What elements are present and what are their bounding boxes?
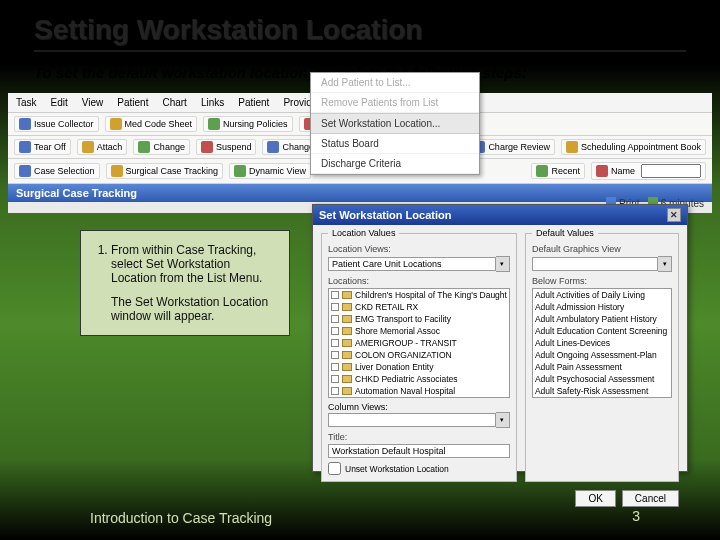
column-views-label: Column Views:: [328, 402, 510, 412]
form-item[interactable]: Adult Activities of Daily Living: [533, 289, 671, 301]
locations-listbox[interactable]: Children's Hospital of The King's Daught…: [328, 288, 510, 398]
close-icon[interactable]: ✕: [667, 208, 681, 222]
toolbar-icon: [19, 118, 31, 130]
toolbar-case-selection[interactable]: Case Selection: [14, 163, 100, 179]
ok-button[interactable]: OK: [575, 490, 615, 507]
toolbar-change[interactable]: Change: [133, 139, 190, 155]
location-item[interactable]: Children's Hospital of The King's Daught: [329, 289, 509, 301]
default-graphics-label: Default Graphics View: [532, 244, 672, 254]
menu-item-status-board[interactable]: Status Board: [311, 134, 479, 154]
location-item[interactable]: Shore Memorial Assoc: [329, 325, 509, 337]
plus-icon[interactable]: [331, 315, 339, 323]
location-item[interactable]: COLON ORGANIZATION: [329, 349, 509, 361]
location-views-combo[interactable]: ▾: [328, 256, 510, 272]
chevron-down-icon[interactable]: ▾: [658, 256, 672, 272]
form-item[interactable]: Adult Ambulatory Patient History: [533, 313, 671, 325]
plus-icon[interactable]: [331, 375, 339, 383]
location-item[interactable]: Automation Naval Hospital: [329, 385, 509, 397]
location-values-group: Location Values Location Views: ▾ Locati…: [321, 233, 517, 482]
locations-label: Locations:: [328, 276, 510, 286]
group-title-left: Location Values: [328, 228, 399, 238]
forms-listbox[interactable]: Adult Activities of Daily LivingAdult Ad…: [532, 288, 672, 398]
name-search-input[interactable]: [641, 164, 701, 178]
folder-icon: [342, 387, 352, 395]
toolbar-icon: [82, 141, 94, 153]
menu-task[interactable]: Task: [16, 97, 37, 108]
title-label: Title:: [328, 432, 510, 442]
toolbar-charge-review[interactable]: Charge Review: [468, 139, 555, 155]
instruction-box: From within Case Tracking, select Set Wo…: [80, 230, 290, 336]
location-item[interactable]: CKD RETAIL RX: [329, 301, 509, 313]
folder-icon: [342, 339, 352, 347]
form-item[interactable]: Adult Pain Assessment: [533, 361, 671, 373]
location-item[interactable]: EMG Transport to Facility: [329, 313, 509, 325]
toolbar-icon: [234, 165, 246, 177]
toolbar-tear-off[interactable]: Tear Off: [14, 139, 71, 155]
default-graphics-input[interactable]: [532, 257, 658, 271]
menu-chart[interactable]: Chart: [162, 97, 186, 108]
form-item[interactable]: Adult Education Content Screening: [533, 325, 671, 337]
menu-item-set-workstation-location[interactable]: Set Workstation Location...: [311, 113, 479, 134]
plus-icon[interactable]: [331, 363, 339, 371]
column-views-combo[interactable]: ▾: [328, 412, 510, 428]
form-item[interactable]: Adult Psychosocial Assessment: [533, 373, 671, 385]
plus-icon[interactable]: [331, 291, 339, 299]
form-item[interactable]: Adult Safety-Risk Assessment: [533, 385, 671, 397]
menu-edit[interactable]: Edit: [51, 97, 68, 108]
default-graphics-combo[interactable]: ▾: [532, 256, 672, 272]
form-item[interactable]: Adult Lines-Devices: [533, 337, 671, 349]
slide-title: Setting Workstation Location: [0, 0, 720, 48]
form-item[interactable]: Adult Ongoing Assessment-Plan: [533, 349, 671, 361]
toolbar-recent[interactable]: Recent: [531, 163, 585, 179]
menu-item-add-patient-to-list: Add Patient to List...: [311, 73, 479, 93]
column-views-input[interactable]: [328, 413, 496, 427]
unset-location-checkbox[interactable]: [328, 462, 341, 475]
toolbar-icon: [566, 141, 578, 153]
toolbar-issue-collector[interactable]: Issue Collector: [14, 116, 99, 132]
instruction-step-1: From within Case Tracking, select Set Wo…: [111, 243, 277, 285]
toolbar-icon: [138, 141, 150, 153]
menu-patient[interactable]: Patient: [238, 97, 269, 108]
chevron-down-icon[interactable]: ▾: [496, 256, 510, 272]
folder-icon: [342, 315, 352, 323]
location-views-label: Location Views:: [328, 244, 510, 254]
plus-icon[interactable]: [331, 339, 339, 347]
toolbar-dynamic-view[interactable]: Dynamic View: [229, 163, 311, 179]
form-item[interactable]: Adult Admission History: [533, 301, 671, 313]
title-combo[interactable]: [328, 444, 510, 458]
toolbar-icon: [267, 141, 279, 153]
plus-icon[interactable]: [331, 327, 339, 335]
folder-icon: [342, 363, 352, 371]
dialog-title-text: Set Workstation Location: [319, 209, 451, 221]
menu-view[interactable]: View: [82, 97, 104, 108]
set-workstation-location-dialog: Set Workstation Location ✕ Location Valu…: [312, 204, 688, 472]
location-item[interactable]: Tidewtr Surgical Specialty Surg: [329, 397, 509, 398]
menu-item-discharge-criteria[interactable]: Discharge Criteria: [311, 154, 479, 174]
toolbar-scheduling-appointment-book[interactable]: Scheduling Appointment Book: [561, 139, 706, 155]
location-item[interactable]: Liver Donation Entity: [329, 361, 509, 373]
footer-title: Introduction to Case Tracking: [90, 510, 272, 526]
toolbar-name[interactable]: Name: [591, 162, 706, 180]
menu-links[interactable]: Links: [201, 97, 224, 108]
toolbar-icon: [201, 141, 213, 153]
toolbar-suspend[interactable]: Suspend: [196, 139, 257, 155]
toolbar-icon: [19, 141, 31, 153]
form-item[interactable]: Adult Triage Screening: [533, 397, 671, 398]
location-views-input[interactable]: [328, 257, 496, 271]
plus-icon[interactable]: [331, 351, 339, 359]
toolbar-surgical-case-tracking[interactable]: Surgical Case Tracking: [106, 163, 224, 179]
plus-icon[interactable]: [331, 303, 339, 311]
toolbar-med-code-sheet[interactable]: Med Code Sheet: [105, 116, 198, 132]
chevron-down-icon[interactable]: ▾: [496, 412, 510, 428]
location-item[interactable]: AMERIGROUP - TRANSIT: [329, 337, 509, 349]
toolbar-nursing-policies[interactable]: Nursing Policies: [203, 116, 293, 132]
title-input[interactable]: [328, 444, 510, 458]
cancel-button[interactable]: Cancel: [622, 490, 679, 507]
default-values-group: Default Values Default Graphics View ▾ B…: [525, 233, 679, 482]
plus-icon[interactable]: [331, 387, 339, 395]
toolbar-icon: [596, 165, 608, 177]
menu-patient[interactable]: Patient: [117, 97, 148, 108]
toolbar-icon: [19, 165, 31, 177]
toolbar-attach[interactable]: Attach: [77, 139, 128, 155]
location-item[interactable]: CHKD Pediatric Associates: [329, 373, 509, 385]
